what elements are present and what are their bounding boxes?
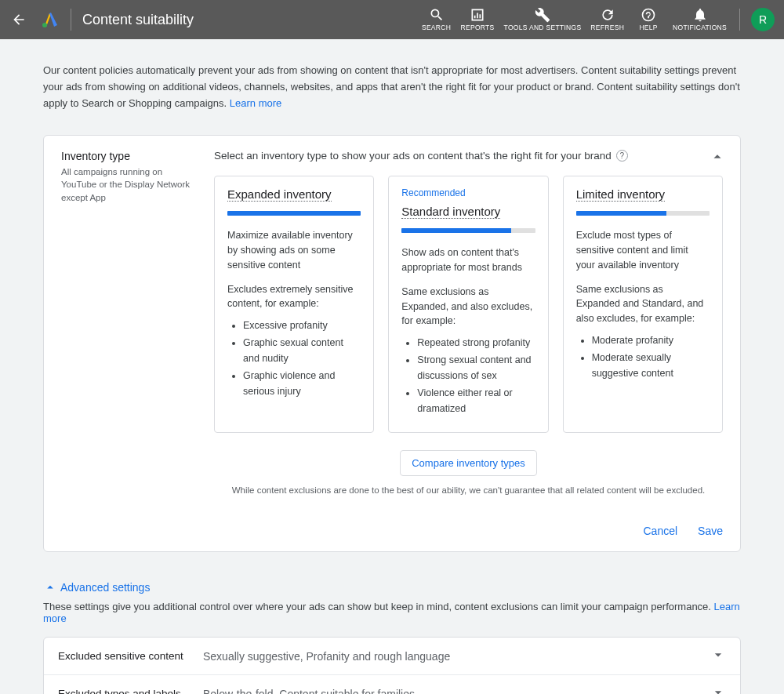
refresh-icon — [600, 7, 615, 23]
notif-label: NOTIFICATIONS — [673, 24, 727, 31]
list-item: Excessive profanity — [243, 318, 361, 333]
inventory-main: Select an inventory type to show your ad… — [214, 150, 723, 495]
header-divider — [71, 9, 71, 31]
header-divider-right — [739, 9, 740, 31]
option-expanded-title: Expanded inventory — [227, 187, 332, 202]
cancel-button[interactable]: Cancel — [643, 525, 677, 537]
chevron-down-icon — [710, 685, 726, 694]
search-icon — [429, 7, 445, 23]
option-limited-list: Moderate profanity Moderate sexually sug… — [576, 332, 710, 381]
advanced-toggle-label: Advanced settings — [60, 581, 150, 594]
tools-settings-tool[interactable]: TOOLS AND SETTINGS — [499, 7, 586, 31]
option-standard-title: Standard inventory — [401, 205, 500, 219]
advanced-toggle[interactable]: Advanced settings — [43, 580, 150, 594]
inventory-instruction: Select an inventory type to show your ad… — [214, 150, 612, 162]
refresh-tool[interactable]: REFRESH — [586, 7, 629, 31]
inventory-actions: Cancel Save — [61, 525, 723, 537]
wrench-icon — [535, 7, 550, 23]
advanced-row-label: Excluded types and labels — [58, 688, 203, 694]
inventory-side-title: Inventory type — [61, 150, 191, 162]
option-standard[interactable]: Recommended Standard inventory Show ads … — [388, 176, 548, 433]
option-expanded-bar — [227, 211, 361, 216]
inventory-disclaimer: While content exclusions are done to the… — [214, 485, 723, 495]
advanced-section: Advanced settings These settings give yo… — [43, 580, 741, 694]
option-limited-sub: Same exclusions as Expanded and Standard… — [576, 282, 710, 326]
notifications-tool[interactable]: NOTIFICATIONS — [668, 7, 731, 31]
advanced-row-label: Excluded sensitive content — [58, 650, 203, 662]
option-expanded-desc: Maximize available inventory by showing … — [227, 228, 361, 272]
list-item: Violence either real or dramatized — [417, 385, 535, 416]
reports-icon — [470, 7, 485, 23]
option-standard-bar — [401, 228, 535, 233]
compare-inventory-button[interactable]: Compare inventory types — [400, 450, 537, 476]
list-item: Graphic violence and serious injury — [243, 368, 361, 399]
help-label: HELP — [639, 24, 657, 31]
help-tool[interactable]: HELP — [629, 7, 668, 31]
avatar-letter: R — [759, 13, 767, 26]
save-button[interactable]: Save — [698, 525, 723, 537]
list-item: Strong sexual content and discussions of… — [417, 352, 535, 383]
option-limited[interactable]: Limited inventory Exclude most types of … — [563, 176, 723, 433]
advanced-list: Excluded sensitive content Sexually sugg… — [43, 637, 741, 694]
tools-label: TOOLS AND SETTINGS — [504, 24, 582, 31]
option-expanded-sub: Excludes extremely sensitive content, fo… — [227, 282, 361, 312]
advanced-desc-text: These settings give you additional contr… — [43, 601, 714, 612]
list-item: Repeated strong profanity — [417, 335, 535, 351]
search-label: SEARCH — [422, 24, 451, 31]
help-icon — [641, 7, 656, 23]
advanced-row-sensitive[interactable]: Excluded sensitive content Sexually sugg… — [44, 638, 740, 675]
option-standard-sub: Same exclusions as Expanded, and also ex… — [401, 285, 535, 329]
option-limited-desc: Exclude most types of sensitive content … — [576, 228, 710, 272]
option-expanded[interactable]: Expanded inventory Maximize available in… — [214, 176, 374, 433]
option-standard-list: Repeated strong profanity Strong sexual … — [401, 335, 535, 416]
inventory-card: Inventory type All campaigns running on … — [43, 135, 741, 552]
google-ads-logo-icon — [39, 9, 60, 30]
app-header: Content suitability SEARCH REPORTS TOOLS… — [0, 0, 784, 39]
inventory-side-subtitle: All campaigns running on YouTube or the … — [61, 165, 191, 203]
list-item: Moderate sexually suggestive content — [592, 350, 710, 381]
list-item: Moderate profanity — [592, 332, 710, 348]
search-tool[interactable]: SEARCH — [417, 7, 456, 31]
advanced-row-value: Sexually suggestive, Profanity and rough… — [203, 650, 710, 663]
bell-icon — [692, 7, 708, 23]
advanced-row-value: Below-the-fold, Content suitable for fam… — [203, 688, 710, 694]
inventory-help-icon[interactable]: ? — [616, 150, 628, 162]
svg-point-0 — [42, 23, 47, 27]
back-button[interactable] — [9, 10, 28, 29]
option-standard-recommended: Recommended — [401, 187, 535, 198]
intro-text: Our content policies automatically preve… — [43, 63, 741, 111]
intro-copy: Our content policies automatically preve… — [43, 64, 740, 109]
refresh-label: REFRESH — [590, 24, 624, 31]
arrow-left-icon — [11, 12, 27, 27]
option-standard-desc: Show ads on content that's appropriate f… — [401, 245, 535, 275]
account-avatar[interactable]: R — [751, 8, 775, 31]
chevron-up-icon — [43, 580, 57, 594]
advanced-description: These settings give you additional contr… — [43, 601, 741, 624]
page-title: Content suitability — [82, 12, 194, 28]
intro-learn-more-link[interactable]: Learn more — [230, 97, 281, 109]
inventory-side: Inventory type All campaigns running on … — [61, 150, 191, 495]
reports-tool[interactable]: REPORTS — [456, 7, 499, 31]
reports-label: REPORTS — [461, 24, 495, 31]
option-limited-bar — [576, 211, 710, 216]
advanced-row-types[interactable]: Excluded types and labels Below-the-fold… — [44, 675, 740, 694]
page-body: Our content policies automatically preve… — [0, 39, 784, 694]
inventory-options: Expanded inventory Maximize available in… — [214, 176, 723, 433]
option-expanded-list: Excessive profanity Graphic sexual conte… — [227, 318, 361, 399]
chevron-down-icon — [710, 647, 726, 665]
option-limited-title: Limited inventory — [576, 187, 665, 202]
list-item: Graphic sexual content and nudity — [243, 335, 361, 366]
